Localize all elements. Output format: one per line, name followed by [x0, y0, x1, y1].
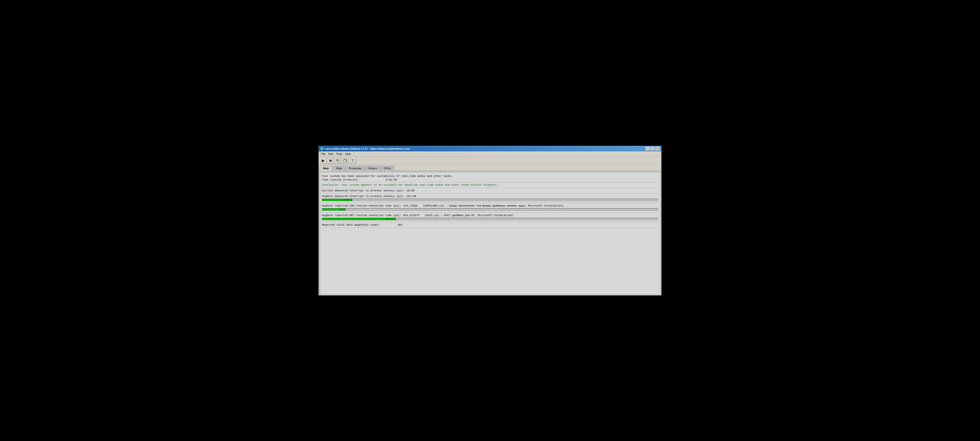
highest-latency-section: Highest measured interrupt to process la… [322, 194, 658, 203]
highest-latency-value: 187,90 [406, 195, 416, 198]
dpc-label: Highest reported DPC routine execution t… [322, 214, 401, 217]
pagefault-row: Reported total hard pagefault count: 303 [322, 223, 658, 227]
tab-main[interactable]: Main [320, 166, 332, 171]
window-title: LatencyMon (Home Edition) v7.31 - https:… [325, 147, 410, 150]
time-label: Time running (h:mm:ss): [322, 178, 361, 181]
svg-rect-3 [344, 159, 346, 162]
menu-help[interactable]: Help [344, 152, 352, 156]
stop-button[interactable]: ■ [327, 157, 334, 164]
dpc-row: Highest reported DPC routine execution t… [322, 213, 658, 217]
main-content: Your system has been analyzed for suitab… [320, 172, 660, 294]
current-latency-label: Current measured interrupt to process la… [322, 189, 404, 192]
title-bar-left: L LatencyMon (Home Edition) v7.31 - http… [320, 147, 410, 150]
menu-tools[interactable]: Tools [335, 152, 344, 156]
header-section: Your system has been analyzed for suitab… [322, 174, 658, 182]
pagefault-value: 303 [398, 223, 402, 226]
tab-cpus[interactable]: CPUs [380, 166, 394, 171]
highest-latency-row: Highest measured interrupt to process la… [322, 194, 658, 198]
clipboard-icon [343, 159, 347, 162]
menu-bar: File Edit Tools Help [319, 151, 661, 156]
isr-bar [322, 208, 658, 211]
highest-latency-bar [322, 199, 658, 201]
svg-line-1 [338, 161, 340, 162]
isr-section: Highest reported ISR routine execution t… [322, 203, 658, 213]
pagefault-section: Reported total hard pagefault count: 303 [322, 222, 658, 228]
restore-button[interactable]: □ [651, 147, 655, 151]
tab-stats[interactable]: Stats [333, 166, 345, 171]
isr-value: 144,72035 [403, 204, 417, 207]
dpc-bar [322, 218, 658, 220]
menu-edit[interactable]: Edit [327, 152, 335, 156]
dpc-section: Highest reported DPC routine execution t… [322, 213, 658, 222]
minimize-button[interactable]: ─ [646, 147, 650, 151]
dpc-value: 634,671875 [403, 214, 419, 217]
isr-row: Highest reported ISR routine execution t… [322, 204, 658, 208]
time-value: 0:01:50 [386, 178, 397, 181]
isr-label: Highest reported ISR routine execution t… [322, 204, 401, 207]
dpc-detail: (ACPI.sys – ACPI драйвер для NT, Microso… [421, 214, 513, 217]
menu-file[interactable]: File [320, 152, 327, 156]
close-button[interactable]: ✕ [655, 147, 660, 151]
tab-drivers[interactable]: Drivers [365, 166, 380, 171]
tab-processes[interactable]: Processes [346, 166, 364, 171]
title-bar: L LatencyMon (Home Edition) v7.31 - http… [319, 146, 661, 151]
search-icon [336, 159, 340, 162]
app-icon: L [320, 147, 324, 150]
isr-detail: (wdf01000.sys – Среда выполнения платфор… [420, 204, 564, 207]
toolbar: ▶ ■ ? [319, 156, 661, 165]
main-window: L LatencyMon (Home Edition) v7.31 - http… [318, 146, 662, 296]
clipboard-button[interactable] [342, 157, 348, 164]
help-button[interactable]: ? [349, 157, 356, 164]
current-latency-row: Current measured interrupt to process la… [322, 189, 658, 193]
conclusion-section: Conclusion: Your system appears to be su… [322, 182, 658, 188]
title-bar-controls: ─ □ ✕ [646, 147, 660, 151]
pagefault-label: Reported total hard pagefault count: [322, 223, 395, 226]
svg-point-0 [336, 159, 338, 161]
highest-latency-label: Highest measured interrupt to process la… [322, 195, 404, 198]
play-button[interactable]: ▶ [320, 157, 326, 164]
time-row: Time running (h:mm:ss): 0:01:50 [322, 178, 658, 181]
current-latency-value: 10,60 [406, 189, 415, 192]
analysis-line: Your system has been analyzed for suitab… [322, 174, 658, 178]
current-latency-section: Current measured interrupt to process la… [322, 188, 658, 194]
conclusion-text: Conclusion: Your system appears to be su… [322, 183, 658, 187]
tab-bar: Main Stats Processes Drivers CPUs [319, 165, 661, 171]
search-button[interactable] [334, 157, 341, 164]
